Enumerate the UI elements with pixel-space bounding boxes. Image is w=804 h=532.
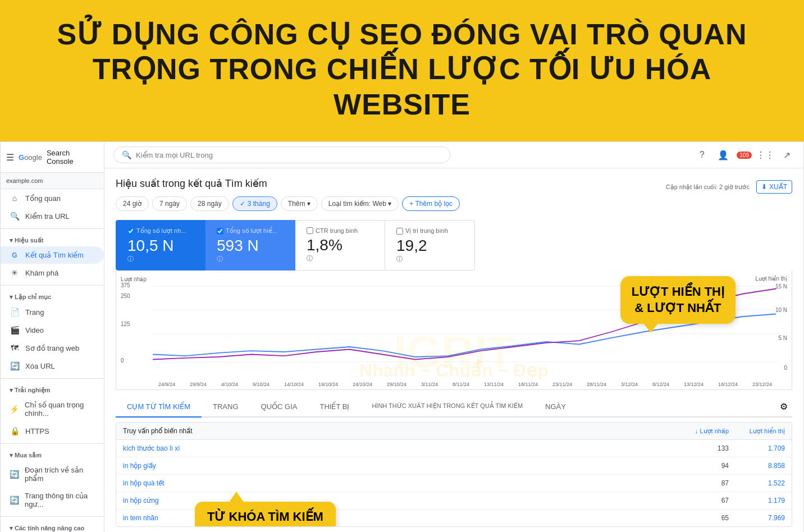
filter-type[interactable]: Loại tìm kiếm: Web ▾ [321, 196, 399, 211]
stat-checkbox-ctr[interactable] [307, 227, 313, 234]
sidebar-label-kham-pha: Khám phá [25, 269, 58, 277]
impressions-4: 1.179 [729, 497, 785, 505]
sidebar-label-san-pham: Đoạn trích về sản phẩm [25, 466, 95, 483]
filter-icon[interactable]: ⚙ [775, 397, 792, 416]
site-name: example.com [6, 177, 43, 184]
section-trai-nghiem: ▾ Trải nghiệm [1, 382, 104, 396]
keyword-1[interactable]: kích thước bao lì xì [123, 444, 673, 452]
stat-value-clicks: 10,5 N [127, 237, 194, 255]
content-area: IGRIT Nhanh ~ Chuẩn ~ Đẹp Hiệu suất tron… [104, 168, 803, 532]
clicks-1: 133 [673, 444, 729, 452]
help-icon[interactable]: ? [694, 147, 710, 163]
hero-title-line2: TRỌNG TRONG CHIẾN LƯỢC TỐI ƯU HÓA WEBSIT… [22, 52, 782, 122]
filter-more[interactable]: Thêm ▾ [281, 196, 318, 211]
stat-info-impressions: ⓘ [217, 255, 284, 263]
chart-container: Lượt nhấp375 Lượt hiển thị15 N 10 N 5 N … [116, 270, 792, 390]
filter-add[interactable]: + Thêm bộ lọc [402, 196, 460, 211]
add-filter-label: + Thêm bộ lọc [409, 200, 453, 208]
hero-title-line1: SỬ DỤNG CÔNG CỤ SEO ĐÓNG VAI TRÒ QUAN [22, 17, 782, 52]
stat-info-ctr: ⓘ [307, 254, 373, 263]
merchant-icon: 🔄 [10, 496, 19, 505]
stat-value-position: 19,2 [396, 237, 463, 255]
sidebar-item-trang[interactable]: 📄 Trang [1, 303, 104, 321]
sidebar-item-kiem-tra-url[interactable]: 🔍 Kiểm tra URL [1, 207, 104, 225]
product-icon: 🔄 [10, 470, 19, 479]
export-button[interactable]: ⬇ XUẤT [756, 180, 792, 194]
search-icon: 🔍 [10, 212, 20, 221]
tab-cum-tu-tim-kiem[interactable]: CỤM TỪ TÌM KIẾM [116, 397, 202, 418]
sidebar-item-trang-thong-tin[interactable]: 🔄 Trang thông tin của ngư... [1, 487, 104, 513]
header-impressions[interactable]: Lượt hiển thị [729, 428, 785, 435]
top-bar-icons: ? 👤 109 ⋮⋮ ↗ [694, 147, 794, 163]
sidebar-item-ket-qua-tim-kiem[interactable]: G Kết quả Tìm kiếm [1, 246, 104, 264]
tab-quoc-gia[interactable]: QUỐC GIA [250, 397, 309, 418]
filter-24h[interactable]: 24 giờ [116, 196, 149, 211]
table-row-1: kích thước bao lì xì 133 1.709 [116, 440, 792, 457]
external-link-icon[interactable]: ↗ [779, 147, 794, 163]
site-selector[interactable]: example.com [1, 173, 104, 189]
right-y-label-5n: 5 N [778, 335, 787, 341]
apps-icon[interactable]: ⋮⋮ [757, 147, 773, 163]
stat-label-position: Vị trí trung bình [396, 227, 463, 235]
stat-checkbox-impressions[interactable] [217, 228, 223, 235]
lock-icon: 🔒 [10, 426, 20, 435]
sidebar-label-xoa-url: Xóa URL [25, 362, 55, 370]
sidebar-item-tong-quan[interactable]: ⌂ Tổng quan [1, 189, 104, 207]
export-icon: ⬇ [761, 183, 767, 191]
hero-banner: SỬ DỤNG CÔNG CỤ SEO ĐÓNG VAI TRÒ QUAN TR… [0, 0, 804, 141]
clicks-5: 65 [673, 514, 729, 522]
divider-2 [1, 285, 104, 286]
check-icon: ✓ [240, 200, 245, 208]
stat-checkbox-position[interactable] [396, 228, 403, 235]
sc-title: Search Console [47, 149, 98, 166]
sidebar-item-chi-so[interactable]: ⚡ Chỉ số quan trọng chính... [1, 396, 104, 422]
table-header: Truy vấn phổ biến nhất ↓ Lượt nhấp Lượt … [116, 423, 792, 440]
sidebar-item-video[interactable]: 🎬 Video [1, 321, 104, 339]
keyword-2[interactable]: in hộp giấy [123, 462, 673, 470]
tab-thiet-bi[interactable]: THIẾT BỊ [308, 397, 360, 418]
hero-title: SỬ DỤNG CÔNG CỤ SEO ĐÓNG VAI TRÒ QUAN TR… [22, 17, 782, 122]
google-logo: Google [19, 153, 42, 162]
y-label-0: 0 [121, 357, 124, 364]
filter-3month[interactable]: ✓ 3 tháng [232, 196, 277, 211]
divider-3 [1, 378, 104, 379]
stat-checkbox-clicks[interactable] [127, 228, 134, 235]
keyword-3[interactable]: in hộp quà tết [123, 479, 673, 487]
sidebar-item-https[interactable]: 🔒 HTTPS [1, 422, 104, 440]
remove-icon: 🔄 [10, 361, 20, 370]
hamburger-icon[interactable]: ☰ [6, 152, 14, 163]
header-clicks[interactable]: ↓ Lượt nhấp [673, 428, 729, 435]
callout-arrow [643, 323, 659, 333]
clicks-4: 67 [673, 497, 729, 505]
divider-5 [1, 516, 104, 517]
sidebar-item-xoa-url[interactable]: 🔄 Xóa URL [1, 357, 104, 375]
sidebar-label-tong-quan: Tổng quan [25, 194, 61, 203]
google-search-icon: G [10, 251, 20, 259]
top-bar: 🔍 ? 👤 109 ⋮⋮ ↗ [104, 142, 803, 168]
tab-hinh-thuc[interactable]: HÌNH THỨC XUẤT HIỆN TRONG KẾT QUẢ TÌM KI… [360, 397, 534, 418]
stats-row: Tổng số lượt nh... 10,5 N ⓘ Tổng số lượt… [116, 220, 792, 270]
keyword-callout-text: TỪ KHÓA TÌM KIẾM [207, 510, 323, 524]
account-icon[interactable]: 👤 [715, 147, 731, 163]
data-table: TỪ KHÓA TÌM KIẾM Truy vấn phổ biến nhất … [116, 422, 792, 527]
sidebar-item-so-do[interactable]: 🗺 Sơ đồ trang web [1, 339, 104, 357]
chart-callout-line2: & LƯỢT NHẤT [632, 300, 724, 317]
vitals-icon: ⚡ [10, 405, 19, 414]
filter-28day[interactable]: 28 ngày [190, 196, 229, 211]
table-row-2: in hộp giấy 94 8.858 [116, 457, 792, 475]
y-label-250: 250 [121, 293, 130, 299]
home-icon: ⌂ [10, 194, 20, 203]
search-bar[interactable]: 🔍 [113, 146, 450, 163]
filter-7day[interactable]: 7 ngày [152, 196, 187, 211]
stat-value-impressions: 593 N [217, 237, 284, 255]
notification-badge[interactable]: 109 [737, 152, 752, 159]
x-axis-labels: 24/9/2429/9/244/10/249/10/24 14/10/2419/… [153, 379, 778, 389]
stat-info-position: ⓘ [396, 255, 463, 263]
tab-trang[interactable]: TRANG [202, 397, 250, 418]
section-hieu-suat: ▾ Hiệu suất [1, 232, 104, 246]
tab-ngay[interactable]: NGÀY [534, 397, 577, 418]
search-input[interactable] [136, 151, 442, 159]
sidebar-item-doan-trich-san-pham[interactable]: 🔄 Đoạn trích về sản phẩm [1, 461, 104, 487]
sidebar-item-kham-pha[interactable]: ✳ Khám phá [1, 264, 104, 282]
sidebar-label-so-do: Sơ đồ trang web [25, 344, 79, 352]
